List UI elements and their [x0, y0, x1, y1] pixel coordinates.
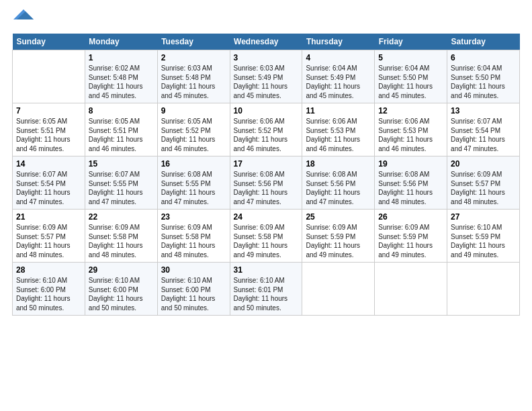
- day-cell: 11Sunrise: 6:06 AM Sunset: 5:53 PM Dayli…: [302, 103, 375, 156]
- week-row-3: 14Sunrise: 6:07 AM Sunset: 5:54 PM Dayli…: [13, 156, 520, 210]
- day-info: Sunrise: 6:06 AM Sunset: 5:53 PM Dayligh…: [306, 117, 371, 153]
- day-cell: 18Sunrise: 6:08 AM Sunset: 5:56 PM Dayli…: [302, 156, 375, 210]
- column-header-wednesday: Wednesday: [230, 34, 302, 50]
- day-cell: 22Sunrise: 6:09 AM Sunset: 5:58 PM Dayli…: [85, 210, 157, 263]
- day-cell: 27Sunrise: 6:10 AM Sunset: 5:59 PM Dayli…: [447, 210, 520, 263]
- day-number: 23: [161, 212, 226, 222]
- day-info: Sunrise: 6:04 AM Sunset: 5:50 PM Dayligh…: [451, 64, 516, 100]
- day-cell: [302, 263, 375, 316]
- day-cell: 17Sunrise: 6:08 AM Sunset: 5:56 PM Dayli…: [230, 156, 302, 210]
- day-cell: 16Sunrise: 6:08 AM Sunset: 5:55 PM Dayli…: [157, 156, 230, 210]
- day-cell: 28Sunrise: 6:10 AM Sunset: 6:00 PM Dayli…: [13, 263, 85, 316]
- day-number: 8: [89, 106, 154, 116]
- day-info: Sunrise: 6:09 AM Sunset: 5:57 PM Dayligh…: [16, 223, 81, 259]
- day-cell: [447, 263, 520, 316]
- day-info: Sunrise: 6:07 AM Sunset: 5:54 PM Dayligh…: [451, 117, 516, 153]
- day-number: 12: [378, 106, 443, 116]
- day-info: Sunrise: 6:08 AM Sunset: 5:56 PM Dayligh…: [378, 170, 443, 206]
- day-number: 16: [161, 159, 226, 169]
- day-info: Sunrise: 6:10 AM Sunset: 6:00 PM Dayligh…: [89, 276, 154, 312]
- day-number: 29: [89, 265, 154, 275]
- day-number: 22: [89, 212, 154, 222]
- column-header-sunday: Sunday: [13, 34, 85, 50]
- page: SundayMondayTuesdayWednesdayThursdayFrid…: [0, 0, 532, 322]
- week-row-2: 7Sunrise: 6:05 AM Sunset: 5:51 PM Daylig…: [13, 103, 520, 156]
- day-info: Sunrise: 6:09 AM Sunset: 5:57 PM Dayligh…: [451, 170, 516, 206]
- column-header-friday: Friday: [375, 34, 447, 50]
- day-info: Sunrise: 6:10 AM Sunset: 6:01 PM Dayligh…: [234, 276, 299, 312]
- week-row-1: 1Sunrise: 6:02 AM Sunset: 5:48 PM Daylig…: [13, 50, 520, 103]
- day-cell: 12Sunrise: 6:06 AM Sunset: 5:53 PM Dayli…: [375, 103, 447, 156]
- day-number: 10: [234, 106, 299, 116]
- day-number: 30: [161, 265, 226, 275]
- week-row-4: 21Sunrise: 6:09 AM Sunset: 5:57 PM Dayli…: [13, 210, 520, 263]
- day-number: 3: [234, 53, 299, 62]
- day-number: 17: [234, 159, 299, 169]
- day-cell: [375, 263, 447, 316]
- day-cell: 4Sunrise: 6:04 AM Sunset: 5:49 PM Daylig…: [302, 50, 375, 103]
- logo: [12, 12, 34, 27]
- day-cell: 7Sunrise: 6:05 AM Sunset: 5:51 PM Daylig…: [13, 103, 85, 156]
- header: [12, 12, 520, 27]
- day-info: Sunrise: 6:08 AM Sunset: 5:55 PM Dayligh…: [161, 170, 226, 206]
- day-info: Sunrise: 6:03 AM Sunset: 5:49 PM Dayligh…: [234, 64, 299, 100]
- day-info: Sunrise: 6:09 AM Sunset: 5:58 PM Dayligh…: [161, 223, 226, 259]
- day-number: 20: [451, 159, 516, 169]
- day-info: Sunrise: 6:10 AM Sunset: 6:00 PM Dayligh…: [16, 276, 81, 312]
- day-info: Sunrise: 6:07 AM Sunset: 5:54 PM Dayligh…: [16, 170, 81, 206]
- day-info: Sunrise: 6:05 AM Sunset: 5:51 PM Dayligh…: [16, 117, 81, 153]
- day-info: Sunrise: 6:10 AM Sunset: 6:00 PM Dayligh…: [161, 276, 226, 312]
- day-cell: 20Sunrise: 6:09 AM Sunset: 5:57 PM Dayli…: [447, 156, 520, 210]
- day-cell: 2Sunrise: 6:03 AM Sunset: 5:48 PM Daylig…: [157, 50, 230, 103]
- column-header-monday: Monday: [85, 34, 157, 50]
- week-row-5: 28Sunrise: 6:10 AM Sunset: 6:00 PM Dayli…: [13, 263, 520, 316]
- day-number: 26: [378, 212, 443, 222]
- day-number: 24: [234, 212, 299, 222]
- day-cell: 25Sunrise: 6:09 AM Sunset: 5:59 PM Dayli…: [302, 210, 375, 263]
- day-number: 1: [89, 53, 154, 62]
- day-cell: 15Sunrise: 6:07 AM Sunset: 5:55 PM Dayli…: [85, 156, 157, 210]
- day-info: Sunrise: 6:06 AM Sunset: 5:53 PM Dayligh…: [378, 117, 443, 153]
- day-number: 11: [306, 106, 371, 116]
- day-cell: 31Sunrise: 6:10 AM Sunset: 6:01 PM Dayli…: [230, 263, 302, 316]
- day-info: Sunrise: 6:07 AM Sunset: 5:55 PM Dayligh…: [89, 170, 154, 206]
- day-number: 19: [378, 159, 443, 169]
- day-number: 28: [16, 265, 81, 275]
- day-cell: 30Sunrise: 6:10 AM Sunset: 6:00 PM Dayli…: [157, 263, 230, 316]
- day-info: Sunrise: 6:09 AM Sunset: 5:58 PM Dayligh…: [89, 223, 154, 259]
- day-cell: 10Sunrise: 6:06 AM Sunset: 5:52 PM Dayli…: [230, 103, 302, 156]
- column-header-tuesday: Tuesday: [157, 34, 230, 50]
- day-info: Sunrise: 6:05 AM Sunset: 5:51 PM Dayligh…: [89, 117, 154, 153]
- day-number: 21: [16, 212, 81, 222]
- day-cell: 9Sunrise: 6:05 AM Sunset: 5:52 PM Daylig…: [157, 103, 230, 156]
- day-number: 31: [234, 265, 299, 275]
- day-number: 9: [161, 106, 226, 116]
- day-cell: 23Sunrise: 6:09 AM Sunset: 5:58 PM Dayli…: [157, 210, 230, 263]
- day-info: Sunrise: 6:09 AM Sunset: 5:59 PM Dayligh…: [306, 223, 371, 259]
- day-cell: 19Sunrise: 6:08 AM Sunset: 5:56 PM Dayli…: [375, 156, 447, 210]
- day-number: 15: [89, 159, 154, 169]
- day-info: Sunrise: 6:09 AM Sunset: 5:59 PM Dayligh…: [378, 223, 443, 259]
- column-header-saturday: Saturday: [447, 34, 520, 50]
- day-number: 2: [161, 53, 226, 62]
- day-info: Sunrise: 6:03 AM Sunset: 5:48 PM Dayligh…: [161, 64, 226, 100]
- day-info: Sunrise: 6:04 AM Sunset: 5:50 PM Dayligh…: [378, 64, 443, 100]
- day-cell: 1Sunrise: 6:02 AM Sunset: 5:48 PM Daylig…: [85, 50, 157, 103]
- day-info: Sunrise: 6:04 AM Sunset: 5:49 PM Dayligh…: [306, 64, 371, 100]
- day-cell: 13Sunrise: 6:07 AM Sunset: 5:54 PM Dayli…: [447, 103, 520, 156]
- day-number: 27: [451, 212, 516, 222]
- day-info: Sunrise: 6:06 AM Sunset: 5:52 PM Dayligh…: [234, 117, 299, 153]
- day-number: 18: [306, 159, 371, 169]
- day-cell: 24Sunrise: 6:09 AM Sunset: 5:58 PM Dayli…: [230, 210, 302, 263]
- column-header-thursday: Thursday: [302, 34, 375, 50]
- day-number: 4: [306, 53, 371, 62]
- day-number: 13: [451, 106, 516, 116]
- day-info: Sunrise: 6:05 AM Sunset: 5:52 PM Dayligh…: [161, 117, 226, 153]
- day-cell: 3Sunrise: 6:03 AM Sunset: 5:49 PM Daylig…: [230, 50, 302, 103]
- day-info: Sunrise: 6:08 AM Sunset: 5:56 PM Dayligh…: [306, 170, 371, 206]
- day-number: 14: [16, 159, 81, 169]
- day-info: Sunrise: 6:08 AM Sunset: 5:56 PM Dayligh…: [234, 170, 299, 206]
- day-info: Sunrise: 6:10 AM Sunset: 5:59 PM Dayligh…: [451, 223, 516, 259]
- day-cell: 6Sunrise: 6:04 AM Sunset: 5:50 PM Daylig…: [447, 50, 520, 103]
- day-cell: [13, 50, 85, 103]
